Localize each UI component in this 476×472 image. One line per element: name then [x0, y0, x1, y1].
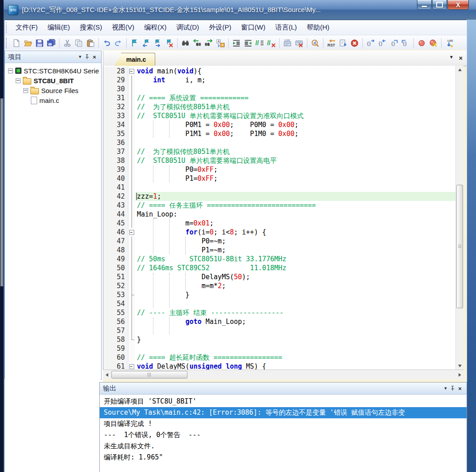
menu-item[interactable]: 帮助(H): [302, 21, 334, 34]
code-text[interactable]: int i, m;: [135, 76, 456, 85]
code-text[interactable]: P1=0xFF;: [135, 174, 456, 183]
maximize-button[interactable]: [432, 0, 447, 10]
undo-button[interactable]: [101, 37, 112, 49]
output-line-selected[interactable]: Source\My Task\main.c:42: [Error:3086]: …: [100, 407, 467, 418]
minimize-button[interactable]: [417, 0, 432, 10]
vertical-scroll-thumb[interactable]: [456, 185, 463, 308]
redo-button[interactable]: [113, 37, 124, 49]
code-text[interactable]: [135, 299, 456, 308]
code-text[interactable]: [135, 85, 456, 94]
find-next-button[interactable]: [203, 37, 214, 49]
code-text[interactable]: P0M1 = 0x00; P0M0 = 0x00;: [135, 120, 456, 129]
code-text[interactable]: // 为了模拟传统8051单片机: [135, 102, 456, 111]
code-text[interactable]: // STC8051U 单片机需要将端口设置为准双向口模式: [135, 111, 456, 120]
fold-collapse-icon[interactable]: [128, 228, 135, 237]
doc-search-button[interactable]: d: [310, 37, 321, 49]
menu-item[interactable]: 视图(V): [107, 21, 139, 34]
code-text[interactable]: goto Main_Loop;: [135, 317, 456, 326]
scroll-up-arrow[interactable]: [456, 66, 463, 73]
reset-button[interactable]: RST: [326, 37, 337, 49]
code-text[interactable]: P0=0xFF;: [135, 165, 456, 174]
code-text[interactable]: [135, 138, 456, 147]
menu-item[interactable]: 编程(X): [139, 21, 171, 34]
code-text[interactable]: // STC8051U 单片机需要将端口设置高电平: [135, 156, 456, 165]
breakpoint-clear-button[interactable]: [428, 37, 439, 49]
save-all-button[interactable]: [46, 37, 57, 49]
tree-item-stc8u-8bit[interactable]: STC8U_8BIT: [5, 76, 101, 85]
menu-item[interactable]: 外设(P): [204, 21, 236, 34]
tab-main-c[interactable]: main.c: [115, 53, 155, 66]
find-button[interactable]: [180, 37, 191, 49]
close-icon[interactable]: ×: [459, 55, 463, 62]
goto-open-brace-button[interactable]: {}: [365, 37, 376, 49]
code-text[interactable]: P1M1 = 0x00; P1M0 = 0x00;: [135, 129, 456, 138]
horizontal-scrollbar[interactable]: [103, 370, 463, 379]
menu-item[interactable]: 搜索(S): [75, 21, 107, 34]
menu-item[interactable]: 文件(F): [11, 21, 42, 34]
bookmark-clear-button[interactable]: [164, 37, 175, 49]
output-content[interactable]: 开始编译项目 'STC8U_8BIT'Source\My Task\main.c…: [100, 395, 467, 472]
program-download-button[interactable]: [337, 37, 348, 49]
code-text[interactable]: [135, 326, 456, 335]
code-text[interactable]: // ==== 系统设置 ============: [135, 94, 456, 102]
paste-button[interactable]: [85, 37, 96, 49]
comment-remove-button[interactable]: //: [266, 37, 277, 49]
output-line[interactable]: 开始编译项目 'STC8U_8BIT': [100, 396, 467, 407]
code-text[interactable]: P1=~m;: [135, 246, 456, 255]
log-download-button[interactable]: LOG: [444, 37, 455, 49]
title-bar[interactable]: STC [D:\Y2C_写作_008_STC-IDE+金水151\01_STCI…: [4, 0, 476, 20]
code-text[interactable]: // 1646ms STC89C52 11.018MHz: [135, 264, 456, 272]
code-text[interactable]: [135, 344, 456, 353]
bookmark-toggle-button[interactable]: [129, 37, 140, 49]
code-text[interactable]: // 50ms STC8051U-8Bit 33.1776MHz: [135, 255, 456, 264]
select-to-close-brace-button[interactable]: {}: [400, 37, 411, 49]
goto-close-brace-button[interactable]: {}: [377, 37, 388, 49]
scroll-right-arrow[interactable]: [456, 370, 463, 379]
fold-collapse-icon[interactable]: [128, 67, 135, 76]
output-line[interactable]: 编译耗时: 1.965": [100, 452, 467, 463]
tree-item-source-files[interactable]: Source Files: [5, 85, 101, 95]
code-text[interactable]: for(i=0; i<8; i++) {: [135, 228, 456, 237]
output-line[interactable]: 项目编译完成 !: [100, 418, 467, 429]
chevron-down-icon[interactable]: ▼: [76, 53, 84, 60]
new-file-button[interactable]: [11, 37, 22, 49]
code-text[interactable]: m=m*2;: [135, 281, 456, 290]
code-area[interactable]: 28void main(void){29 int i, m;3031// ===…: [103, 66, 456, 370]
breakpoint-toggle-button[interactable]: [416, 37, 427, 49]
code-text[interactable]: }: [135, 290, 456, 299]
code-text[interactable]: P0=~m;: [135, 237, 456, 246]
code-text[interactable]: // ---- 主循环 结束 ------------------: [135, 308, 456, 317]
copy-button[interactable]: [73, 37, 85, 49]
menu-item[interactable]: 编辑(E): [42, 21, 75, 34]
output-line[interactable]: --- 1个错误, 0个警告 ---: [100, 429, 467, 441]
menu-item[interactable]: 调试(D): [171, 21, 204, 34]
code-text[interactable]: void main(void){: [135, 67, 456, 76]
open-file-button[interactable]: [22, 37, 34, 49]
select-to-open-brace-button[interactable]: {}: [388, 37, 400, 49]
expander-minus-icon[interactable]: [23, 88, 28, 93]
horizontal-scroll-thumb[interactable]: [111, 371, 187, 378]
menu-item[interactable]: 窗口(W): [236, 21, 270, 34]
code-text[interactable]: zzz=1;: [135, 192, 456, 201]
menu-grip[interactable]: [6, 22, 7, 33]
cut-button[interactable]: [62, 37, 73, 49]
expander-minus-icon[interactable]: [8, 68, 13, 73]
outdent-button[interactable]: [242, 37, 254, 49]
code-text[interactable]: void DelayMS(unsigned long MS) {: [135, 362, 456, 370]
output-line[interactable]: 未生成目标文件.: [100, 441, 467, 452]
code-text[interactable]: // ==== 超长延时函数 =================: [135, 353, 456, 362]
close-icon[interactable]: ×: [91, 53, 98, 60]
build-button[interactable]: 12345: [282, 37, 293, 49]
close-button[interactable]: X: [447, 0, 469, 10]
code-text[interactable]: m=0x01;: [135, 219, 456, 228]
code-text[interactable]: [135, 183, 456, 192]
vertical-scrollbar[interactable]: [455, 66, 463, 370]
find-prev-button[interactable]: [191, 37, 203, 49]
bookmark-prev-button[interactable]: [140, 37, 152, 49]
save-button[interactable]: [34, 37, 45, 49]
code-text[interactable]: DelayMS(50);: [135, 272, 456, 281]
menu-item[interactable]: 语言(L): [270, 21, 302, 34]
toolbar-grip[interactable]: [6, 38, 7, 48]
tree-item-stc-stc8h8k64u-serie[interactable]: STC:STC8H8K64U Serie: [5, 66, 101, 76]
tree-item-main-c[interactable]: main.c: [5, 95, 101, 105]
